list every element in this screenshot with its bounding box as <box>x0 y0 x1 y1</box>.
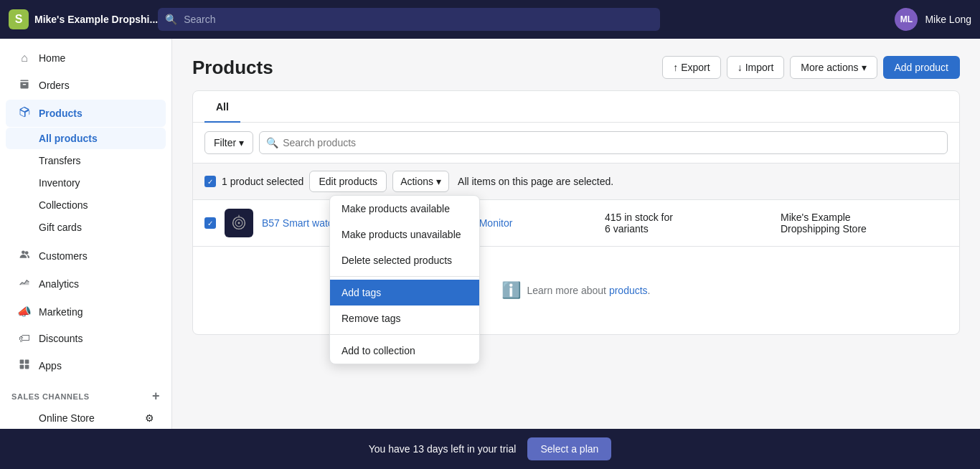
sidebar-item-apps[interactable]: Apps <box>6 352 166 379</box>
sidebar-subitem-transfers[interactable]: Transfers <box>6 150 166 171</box>
svg-point-0 <box>22 250 25 254</box>
customers-icon <box>17 249 32 263</box>
topnav-right: ML Mike Long <box>895 8 971 31</box>
body-layout: ⌂ Home Orders Products All products <box>0 39 980 429</box>
selected-count: 1 product selected <box>222 176 303 187</box>
products-subnav: All products Transfers Inventory Collect… <box>0 128 171 242</box>
page-actions: ↑ Export ↓ Import More actions ▾ Add pro… <box>662 56 960 79</box>
dropdown-make-unavailable[interactable]: Make products unavailable <box>330 222 479 247</box>
page-title: Products <box>192 57 273 79</box>
sidebar-item-marketing[interactable]: 📣 Marketing <box>6 298 166 325</box>
sidebar-item-label-products: Products <box>39 108 83 119</box>
svg-rect-3 <box>20 365 24 369</box>
global-search-wrap: 🔍 <box>158 8 660 31</box>
learn-more-link[interactable]: products <box>609 285 648 296</box>
trial-banner: You have 13 days left in your trial Sele… <box>0 429 980 469</box>
user-name: Mike Long <box>925 14 971 25</box>
products-card: All Filter ▾ 🔍 ✓ 1 product selected Edit… <box>192 90 960 335</box>
product-thumbnail <box>225 209 253 237</box>
shopify-icon: S <box>9 9 29 29</box>
empty-state-text: Learn more about products. <box>527 285 650 296</box>
sidebar-item-label-marketing: Marketing <box>39 306 83 318</box>
product-checkbox[interactable]: ✓ <box>204 217 216 229</box>
sidebar-subitem-inventory[interactable]: Inventory <box>6 172 166 194</box>
home-icon: ⌂ <box>17 52 32 65</box>
sidebar-item-analytics[interactable]: Analytics <box>6 270 166 298</box>
dropdown-add-collection[interactable]: Add to collection <box>330 338 479 364</box>
more-actions-button[interactable]: More actions ▾ <box>790 56 877 79</box>
actions-chevron-icon: ▾ <box>436 176 441 187</box>
filter-button[interactable]: Filter ▾ <box>204 131 253 154</box>
sidebar-subitem-online-store[interactable]: Online Store ⚙ <box>6 407 166 429</box>
dropdown-remove-tags[interactable]: Remove tags <box>330 305 479 331</box>
search-products-icon: 🔍 <box>266 137 278 148</box>
top-navigation: S Mike's Example Dropshi... 🔍 ML Mike Lo… <box>0 0 980 39</box>
sidebar-subitem-all-products[interactable]: All products <box>6 128 166 149</box>
export-button[interactable]: ↑ Export <box>662 56 720 79</box>
analytics-icon <box>17 277 32 291</box>
search-products-input[interactable] <box>259 131 948 154</box>
sidebar-item-discounts[interactable]: 🏷 Discounts <box>6 326 166 351</box>
svg-rect-4 <box>25 365 29 369</box>
svg-rect-1 <box>20 360 24 364</box>
brand-name: Mike's Example Dropshi... <box>34 14 158 25</box>
svg-rect-2 <box>25 360 29 364</box>
product-store: Mike's ExampleDropshipping Store <box>781 212 948 234</box>
all-selected-text: All items on this page are selected. <box>458 176 613 187</box>
global-search-input[interactable] <box>158 8 660 31</box>
dropdown-make-available[interactable]: Make products available <box>330 196 479 222</box>
tab-all[interactable]: All <box>204 91 240 123</box>
filter-bar: Filter ▾ 🔍 <box>193 123 959 164</box>
actions-dropdown: Make products available Make products un… <box>329 195 480 364</box>
sidebar: ⌂ Home Orders Products All products <box>0 39 172 429</box>
select-plan-button[interactable]: Select a plan <box>527 437 611 460</box>
search-icon: 🔍 <box>165 14 177 25</box>
dropdown-add-tags[interactable]: Add tags <box>330 280 479 305</box>
main-content: Products ↑ Export ↓ Import More actions … <box>172 39 980 429</box>
online-store-settings-icon: ⚙ <box>145 412 154 424</box>
import-icon: ↓ <box>738 62 743 73</box>
discounts-icon: 🏷 <box>17 332 32 345</box>
edit-products-button[interactable]: Edit products <box>309 171 387 192</box>
dropdown-delete[interactable]: Delete selected products <box>330 247 479 273</box>
import-button[interactable]: ↓ Import <box>727 56 785 79</box>
table-row: ✓ B57 Smart watch phone Smartwatch Heart… <box>193 200 959 247</box>
sidebar-item-orders[interactable]: Orders <box>6 72 166 99</box>
add-sales-channel-button[interactable]: + <box>152 389 160 404</box>
sidebar-item-home[interactable]: ⌂ Home <box>6 45 166 71</box>
info-icon: ℹ️ <box>501 281 521 300</box>
dropdown-separator-1 <box>330 276 479 277</box>
sidebar-nav: ⌂ Home Orders Products All products <box>0 39 171 429</box>
export-icon: ↑ <box>673 62 678 73</box>
add-product-button[interactable]: Add product <box>883 56 961 79</box>
trial-text: You have 13 days left in your trial <box>369 443 517 455</box>
sidebar-subitem-gift-cards[interactable]: Gift cards <box>6 217 166 238</box>
apps-icon <box>17 359 32 373</box>
sidebar-item-label-orders: Orders <box>39 80 70 91</box>
sidebar-item-customers[interactable]: Customers <box>6 242 166 270</box>
brand-logo[interactable]: S Mike's Example Dropshi... <box>9 9 158 29</box>
sidebar-item-products[interactable]: Products <box>6 100 166 127</box>
page-header: Products ↑ Export ↓ Import More actions … <box>192 56 960 79</box>
products-icon <box>17 106 32 120</box>
avatar: ML <box>895 8 918 31</box>
sidebar-subitem-collections[interactable]: Collections <box>6 194 166 216</box>
sidebar-item-label-analytics: Analytics <box>39 278 79 290</box>
sidebar-item-label-discounts: Discounts <box>39 333 83 344</box>
orders-icon <box>17 78 32 93</box>
products-tabs: All <box>193 91 959 123</box>
filter-chevron-icon: ▾ <box>239 137 244 148</box>
sales-channels-section: SALES CHANNELS + <box>0 380 171 407</box>
svg-point-8 <box>238 222 240 224</box>
sidebar-item-label-apps: Apps <box>39 360 62 371</box>
dropdown-separator-2 <box>330 334 479 335</box>
empty-state: ℹ️ Learn more about products. <box>193 247 959 334</box>
marketing-icon: 📣 <box>17 305 32 318</box>
sidebar-item-label-customers: Customers <box>39 250 88 262</box>
product-stock: 415 in stock for6 variants <box>605 212 772 234</box>
selection-bar: ✓ 1 product selected Edit products Actio… <box>193 164 959 200</box>
select-all-checkbox[interactable]: ✓ <box>204 176 216 187</box>
actions-button[interactable]: Actions ▾ <box>392 171 449 192</box>
search-products-wrap: 🔍 <box>259 131 948 154</box>
chevron-down-icon: ▾ <box>862 62 867 73</box>
